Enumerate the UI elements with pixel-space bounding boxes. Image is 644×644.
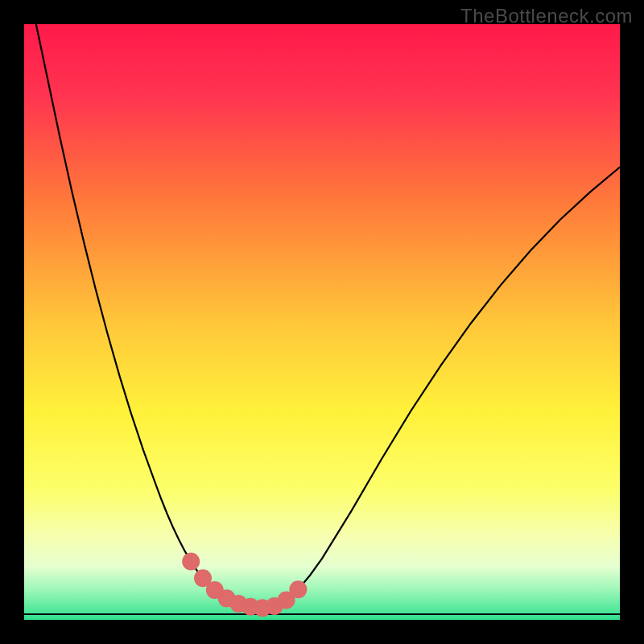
marker-layer bbox=[24, 24, 620, 620]
watermark-text: TheBottleneck.com bbox=[460, 5, 633, 27]
highlight-marker bbox=[182, 552, 200, 570]
highlight-marker bbox=[289, 580, 307, 598]
chart-frame: TheBottleneck.com bbox=[0, 0, 644, 644]
plot-area bbox=[24, 24, 620, 620]
